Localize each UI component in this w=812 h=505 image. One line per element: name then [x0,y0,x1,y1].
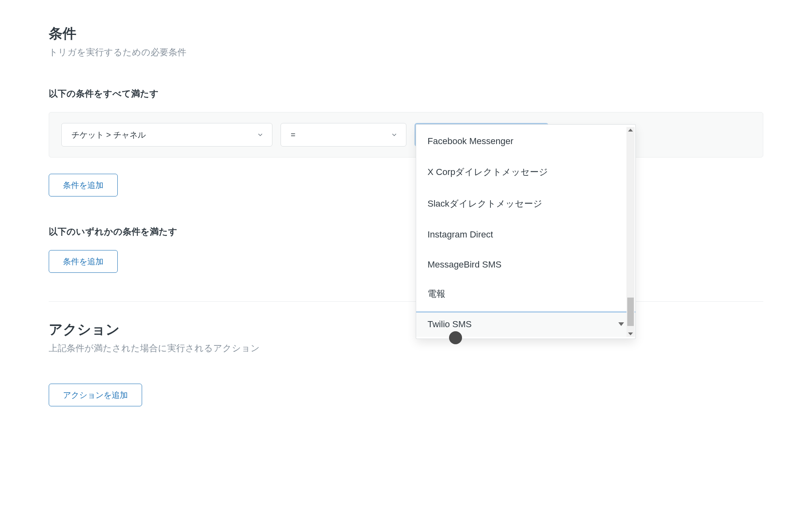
dropdown-option[interactable]: 電報 [416,280,635,311]
dropdown-option[interactable]: X Corpダイレクトメッセージ [416,156,635,188]
add-condition-any-button[interactable]: 条件を追加 [49,250,118,273]
dropdown-option[interactable]: Slackダイレクトメッセージ [416,188,635,220]
actions-section: アクション 上記条件が満たされた場合に実行されるアクション アクションを追加 [49,320,763,406]
condition-operator-select[interactable]: = [281,123,406,147]
conditions-all-label: 以下の条件をすべて満たす [49,88,763,100]
dropdown-selected-label: Twilio SMS [428,319,472,330]
section-divider [49,301,763,302]
dropdown-option[interactable]: MessageBird SMS [416,250,635,280]
condition-row: チケット > チャネル = Facebook Messenger X Corpダ… [49,112,763,158]
dropdown-option[interactable]: Facebook Messenger [416,126,635,156]
actions-title: アクション [49,320,763,339]
scroll-down-icon[interactable] [628,332,633,335]
condition-operator-value: = [291,130,296,140]
condition-value-select[interactable]: Facebook Messenger X Corpダイレクトメッセージ Slac… [415,123,634,147]
actions-subtitle: 上記条件が満たされた場合に実行されるアクション [49,342,763,354]
scroll-up-icon[interactable] [628,129,633,132]
add-action-button[interactable]: アクションを追加 [49,384,142,406]
scrollbar[interactable] [626,127,635,337]
add-condition-all-button[interactable]: 条件を追加 [49,174,118,196]
cursor-indicator [449,331,462,344]
condition-field-value: チケット > チャネル [71,129,146,140]
channel-dropdown: Facebook Messenger X Corpダイレクトメッセージ Slac… [416,125,635,339]
conditions-any-label: 以下のいずれかの条件を満たす [49,226,763,238]
dropdown-option[interactable]: Instagram Direct [416,220,635,250]
conditions-section: 条件 トリガを実行するための必要条件 以下の条件をすべて満たす チケット > チ… [49,24,763,302]
chevron-down-icon [257,131,264,138]
chevron-down-icon [391,131,398,138]
svg-marker-0 [618,322,624,326]
scroll-thumb[interactable] [627,298,634,326]
condition-field-select[interactable]: チケット > チャネル [61,123,272,147]
conditions-subtitle: トリガを実行するための必要条件 [49,46,763,58]
conditions-title: 条件 [49,24,763,43]
dropdown-selected[interactable]: Twilio SMS [416,313,635,337]
channel-dropdown-list: Facebook Messenger X Corpダイレクトメッセージ Slac… [416,126,635,313]
caret-down-icon [618,322,624,326]
